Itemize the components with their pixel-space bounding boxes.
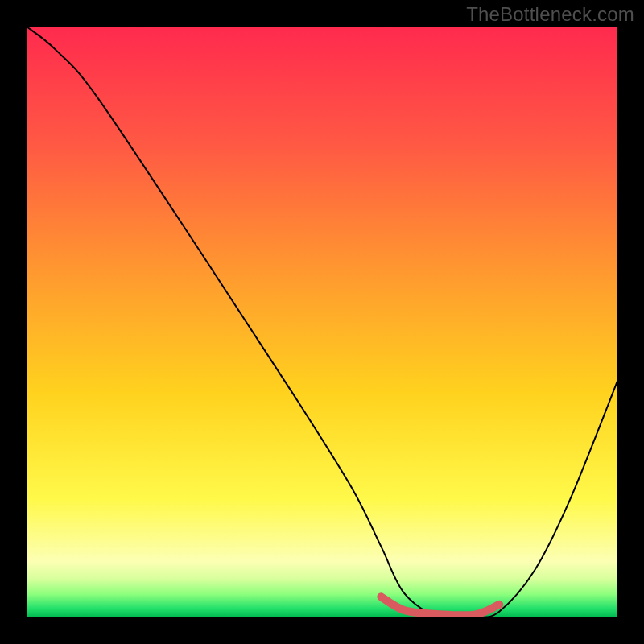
bottleneck-chart (0, 0, 644, 644)
gradient-background (27, 27, 617, 617)
chart-stage: TheBottleneck.com (0, 0, 644, 644)
watermark-label: TheBottleneck.com (466, 3, 634, 26)
